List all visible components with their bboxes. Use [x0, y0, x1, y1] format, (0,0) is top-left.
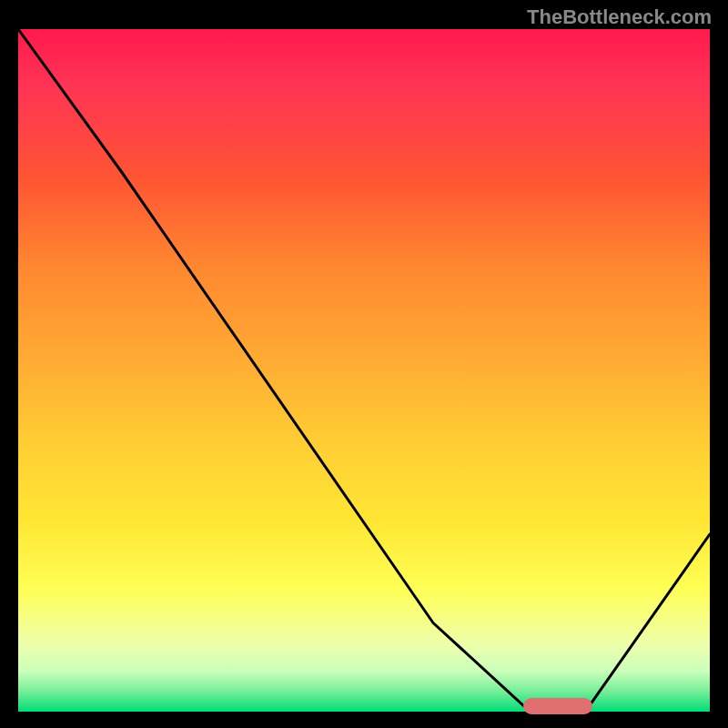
- bottleneck-curve: [18, 29, 710, 712]
- plot-area: [18, 29, 710, 712]
- bottleneck-chart: TheBottleneck.com: [0, 0, 728, 728]
- optimal-range-marker: [523, 698, 592, 714]
- watermark-text: TheBottleneck.com: [527, 5, 712, 29]
